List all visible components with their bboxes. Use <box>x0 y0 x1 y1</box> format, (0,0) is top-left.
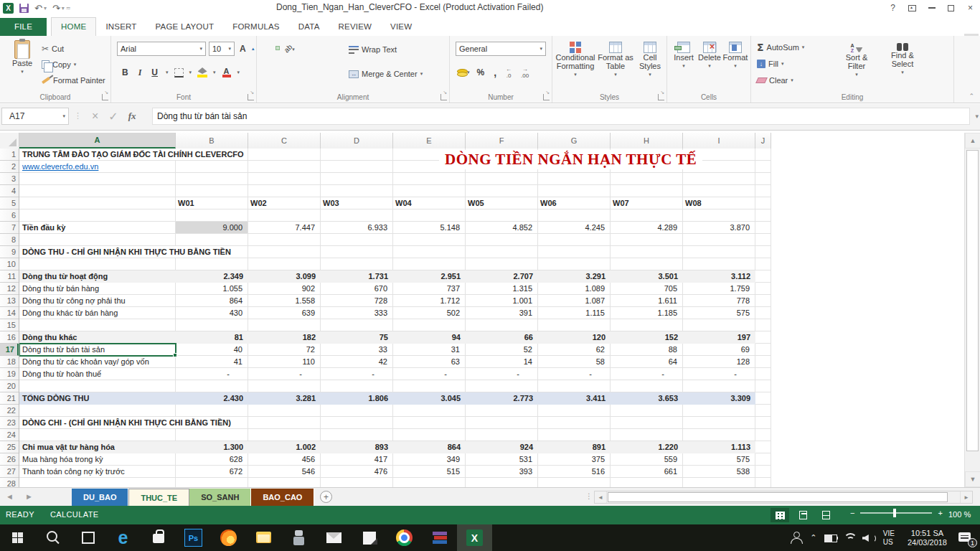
cell-H6[interactable] <box>611 209 683 222</box>
borders-dropdown-icon[interactable]: ▾ <box>189 70 192 75</box>
cell-J23[interactable] <box>755 417 771 429</box>
borders-button[interactable] <box>174 68 184 77</box>
zoom-slider[interactable] <box>860 512 932 514</box>
bold-button[interactable]: B <box>120 67 131 77</box>
cell-E7[interactable]: 5.148 <box>393 222 466 234</box>
cell-E14[interactable]: 502 <box>393 307 466 319</box>
zoom-level[interactable]: 100 % <box>948 510 971 519</box>
cell-D12[interactable]: 670 <box>321 283 393 295</box>
cell-F20[interactable] <box>466 380 538 392</box>
cell-J10[interactable] <box>755 258 771 270</box>
cell-C15[interactable] <box>248 319 321 331</box>
cell-G24[interactable] <box>538 429 611 441</box>
cell-B10[interactable] <box>176 258 248 270</box>
cell-H4[interactable] <box>611 185 683 197</box>
row-header-25[interactable]: 25 <box>0 441 19 453</box>
cell-E25[interactable]: 864 <box>393 441 466 453</box>
column-header-H[interactable]: H <box>611 133 683 149</box>
align-left-button[interactable] <box>263 70 267 75</box>
cell-E15[interactable] <box>393 319 466 331</box>
cell-J2[interactable] <box>755 161 771 173</box>
underline-dropdown-icon[interactable]: ▾ <box>166 70 169 75</box>
cell-G9[interactable] <box>538 246 611 258</box>
cell-A15[interactable] <box>19 319 176 331</box>
cell-B14[interactable]: 430 <box>176 307 248 319</box>
select-all-corner[interactable] <box>0 133 19 149</box>
cell-E10[interactable] <box>393 258 466 270</box>
cell-C14[interactable]: 639 <box>248 307 321 319</box>
autosum-button[interactable]: Σ AutoSum▾ <box>757 41 804 54</box>
cell-F6[interactable] <box>466 209 538 222</box>
column-header-F[interactable]: F <box>466 133 538 149</box>
cell-F27[interactable]: 393 <box>466 466 538 478</box>
cell-F14[interactable]: 391 <box>466 307 538 319</box>
cell-G15[interactable] <box>538 319 611 331</box>
clipboard-dialog-launcher[interactable] <box>102 94 108 100</box>
ribbon-tab-home[interactable]: HOME <box>51 17 96 36</box>
scroll-right-icon[interactable]: ► <box>960 491 972 503</box>
cell-C21[interactable]: 3.281 <box>248 392 321 405</box>
font-dialog-launcher[interactable] <box>248 94 254 100</box>
taskbar-icon-mail[interactable] <box>316 524 352 551</box>
cell-F18[interactable]: 14 <box>466 356 538 368</box>
cell-F4[interactable] <box>466 185 538 197</box>
cell-G18[interactable]: 58 <box>538 356 611 368</box>
fill-color-button[interactable] <box>197 67 207 77</box>
row-header-13[interactable]: 13 <box>0 295 19 307</box>
cell-E13[interactable]: 1.712 <box>393 295 466 307</box>
cell-J9[interactable] <box>755 246 771 258</box>
cell-D4[interactable] <box>321 185 393 197</box>
sheet-tab-du_bao[interactable]: DU_BAO <box>72 489 128 506</box>
cell-B2[interactable] <box>176 161 248 173</box>
cell-I24[interactable] <box>683 429 755 441</box>
normal-view-button[interactable] <box>771 508 789 522</box>
cell-I28[interactable] <box>683 478 755 487</box>
undo-dropdown-icon[interactable]: ▾ <box>44 5 47 11</box>
cell-A19[interactable]: Dòng thu từ hoàn thuế <box>19 368 176 380</box>
cell-J22[interactable] <box>755 405 771 417</box>
cell-J13[interactable] <box>755 295 771 307</box>
undo-icon[interactable]: ↶ <box>34 4 42 13</box>
cell-D19[interactable]: - <box>321 368 393 380</box>
cell-F9[interactable] <box>466 246 538 258</box>
cell-A3[interactable] <box>19 173 176 185</box>
cell-I26[interactable]: 575 <box>683 453 755 466</box>
taskbar-icon-firefox[interactable] <box>211 524 246 551</box>
sheet-tab-thuc_te[interactable]: THUC_TE <box>128 489 189 506</box>
cell-D15[interactable] <box>321 319 393 331</box>
cell-I16[interactable]: 197 <box>683 331 755 344</box>
cell-A20[interactable] <box>19 380 176 392</box>
cell-H9[interactable] <box>611 246 683 258</box>
cell-H12[interactable]: 705 <box>611 283 683 295</box>
cell-C17[interactable]: 72 <box>248 344 321 356</box>
row-header-5[interactable]: 5 <box>0 197 19 209</box>
cell-D21[interactable]: 1.806 <box>321 392 393 405</box>
taskbar-icon-photoshop[interactable] <box>176 524 211 551</box>
name-box[interactable]: A17▾ <box>1 108 69 125</box>
cell-F21[interactable]: 2.773 <box>466 392 538 405</box>
styles-dialog-launcher[interactable] <box>658 94 664 100</box>
customize-qat-icon[interactable]: ≂ <box>66 5 71 11</box>
cell-H11[interactable]: 3.501 <box>611 270 683 283</box>
cell-I5[interactable]: W08 <box>683 197 755 209</box>
cell-B3[interactable] <box>176 173 248 185</box>
column-header-E[interactable]: E <box>393 133 466 149</box>
taskbar-icon-chrome[interactable] <box>387 524 422 551</box>
cell-A4[interactable] <box>19 185 176 197</box>
cell-A7[interactable]: Tiền đầu kỳ <box>19 222 176 234</box>
cell-J14[interactable] <box>755 307 771 319</box>
cell-D20[interactable] <box>321 380 393 392</box>
cell-J1[interactable] <box>755 149 771 161</box>
selected-cell-outline[interactable] <box>19 343 176 357</box>
scroll-up-icon[interactable]: ▲ <box>965 133 980 149</box>
cell-C20[interactable] <box>248 380 321 392</box>
clear-button[interactable]: Clear▾ <box>757 74 793 87</box>
decrease-decimal-button[interactable]: →.00 <box>519 65 531 80</box>
cell-C11[interactable]: 3.099 <box>248 270 321 283</box>
cell-J18[interactable] <box>755 356 771 368</box>
cell-D14[interactable]: 333 <box>321 307 393 319</box>
cell-G14[interactable]: 1.115 <box>538 307 611 319</box>
font-name-combobox[interactable]: Arial▾ <box>117 42 206 56</box>
increase-indent-button[interactable] <box>288 70 293 75</box>
cell-F7[interactable]: 4.852 <box>466 222 538 234</box>
